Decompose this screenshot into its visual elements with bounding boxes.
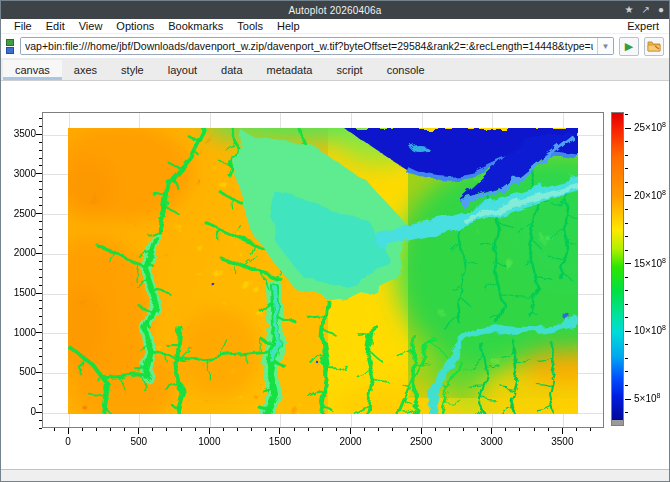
tab-script[interactable]: script <box>324 60 374 80</box>
y-axis-tick-label: 2500 <box>3 208 36 219</box>
y-axis-minor-tick <box>39 118 42 119</box>
y-axis-minor-tick <box>39 269 42 270</box>
x-axis-minor-tick <box>195 428 196 431</box>
x-axis-minor-tick <box>265 428 266 431</box>
x-axis-minor-tick <box>534 428 535 431</box>
colorbar-minor-tick <box>625 304 628 305</box>
colorbar-minor-tick <box>625 317 628 318</box>
menu-bar: FileEditViewOptionsBookmarksToolsHelp Ex… <box>1 19 669 34</box>
tab-axes[interactable]: axes <box>62 60 109 80</box>
x-axis-tick-label: 3500 <box>540 436 584 447</box>
colorbar-minor-tick <box>625 114 628 115</box>
x-axis-tick-label: 1500 <box>258 436 302 447</box>
x-axis-minor-tick <box>124 428 125 431</box>
tab-layout[interactable]: layout <box>156 60 209 80</box>
y-axis-minor-tick <box>39 277 42 278</box>
plot-canvas[interactable]: 0500100015002000250030003500050010001500… <box>1 81 669 469</box>
tab-bar: canvasaxesstylelayoutdatametadatascriptc… <box>1 58 669 81</box>
chevron-down-icon: ▼ <box>602 42 610 51</box>
x-axis-minor-tick <box>463 428 464 431</box>
colorbar-major-tick <box>625 195 631 196</box>
status-bar <box>1 469 669 481</box>
tab-data[interactable]: data <box>209 60 254 80</box>
y-axis-minor-tick <box>39 150 42 151</box>
menu-tools[interactable]: Tools <box>230 20 270 32</box>
y-axis-minor-tick <box>39 388 42 389</box>
menu-bookmarks[interactable]: Bookmarks <box>161 20 230 32</box>
y-axis-minor-tick <box>39 197 42 198</box>
x-axis-minor-tick <box>237 428 238 431</box>
address-dropdown-button[interactable]: ▼ <box>597 38 613 54</box>
y-axis-minor-tick <box>39 165 42 166</box>
x-axis-minor-tick <box>166 428 167 431</box>
expert-mode-label[interactable]: Expert <box>627 20 663 32</box>
colorbar-minor-tick <box>625 223 628 224</box>
x-axis-tick-label: 1000 <box>187 436 231 447</box>
pond <box>213 284 216 287</box>
x-axis-tick-label: 3000 <box>470 436 514 447</box>
titlebar-pin-icon[interactable]: ★ <box>625 5 634 15</box>
browse-button[interactable] <box>644 37 664 56</box>
y-axis-minor-tick <box>39 158 42 159</box>
tab-style[interactable]: style <box>109 60 156 80</box>
x-axis-minor-tick <box>181 428 182 431</box>
x-axis-minor-tick <box>364 428 365 431</box>
y-axis-minor-tick <box>39 308 42 309</box>
y-axis-minor-tick <box>39 261 42 262</box>
tab-console[interactable]: console <box>375 60 437 80</box>
colorbar-minor-tick <box>625 412 628 413</box>
y-axis-minor-tick <box>39 229 42 230</box>
y-axis-major-tick <box>36 134 42 135</box>
menu-options[interactable]: Options <box>109 20 161 32</box>
titlebar-close-icon[interactable]: ● <box>658 5 664 15</box>
go-button[interactable]: ▶ <box>619 37 639 56</box>
x-axis-minor-tick <box>449 428 450 431</box>
window-title: Autoplot 20260406a <box>1 5 669 16</box>
x-axis-minor-tick <box>110 428 111 431</box>
x-axis-minor-tick <box>505 428 506 431</box>
tab-canvas[interactable]: canvas <box>3 60 62 80</box>
x-axis-major-tick <box>562 428 563 434</box>
y-axis-minor-tick <box>39 181 42 182</box>
titlebar-maximize-icon[interactable]: ↗ <box>642 5 650 15</box>
x-axis-major-tick <box>138 428 139 434</box>
colorbar-tick-label: 5×108 <box>634 392 660 404</box>
menu-edit[interactable]: Edit <box>39 20 72 32</box>
menu-file[interactable]: File <box>7 20 39 32</box>
x-axis-minor-tick <box>336 428 337 431</box>
address-input[interactable] <box>21 38 597 54</box>
x-axis-minor-tick <box>519 428 520 431</box>
river-island <box>411 146 429 152</box>
menu-help[interactable]: Help <box>270 20 307 32</box>
y-axis-minor-tick <box>39 380 42 381</box>
colorbar-minor-tick <box>625 371 628 372</box>
play-icon: ▶ <box>625 41 633 52</box>
y-axis-minor-tick <box>39 396 42 397</box>
colorbar-minor-tick <box>625 168 628 169</box>
title-bar[interactable]: Autoplot 20260406a ★↗● <box>1 1 669 19</box>
colorbar[interactable] <box>611 112 624 426</box>
heatmap-image[interactable] <box>68 128 578 414</box>
x-axis-minor-tick <box>576 428 577 431</box>
y-axis-major-tick <box>36 293 42 294</box>
colorbar-minor-tick <box>625 141 628 142</box>
colorbar-minor-tick <box>625 344 628 345</box>
y-axis-minor-tick <box>39 237 42 238</box>
y-axis-tick-label: 3000 <box>3 168 36 179</box>
x-axis-tick-label: 2500 <box>399 436 443 447</box>
menu-view[interactable]: View <box>72 20 110 32</box>
y-axis-minor-tick <box>39 364 42 365</box>
x-axis-tick-label: 2000 <box>329 436 373 447</box>
stream-channel <box>467 386 485 387</box>
folder-icon <box>647 40 661 52</box>
app-window: Autoplot 20260406a ★↗● FileEditViewOptio… <box>0 0 670 482</box>
y-axis-major-tick <box>36 412 42 413</box>
colorbar-minor-tick <box>625 277 628 278</box>
tab-metadata[interactable]: metadata <box>255 60 325 80</box>
y-axis-minor-tick <box>39 340 42 341</box>
colorbar-major-tick <box>625 331 631 332</box>
colorbar-minor-tick <box>625 182 628 183</box>
x-axis-minor-tick <box>435 428 436 431</box>
x-axis-minor-tick <box>308 428 309 431</box>
y-axis-major-tick <box>36 173 42 174</box>
